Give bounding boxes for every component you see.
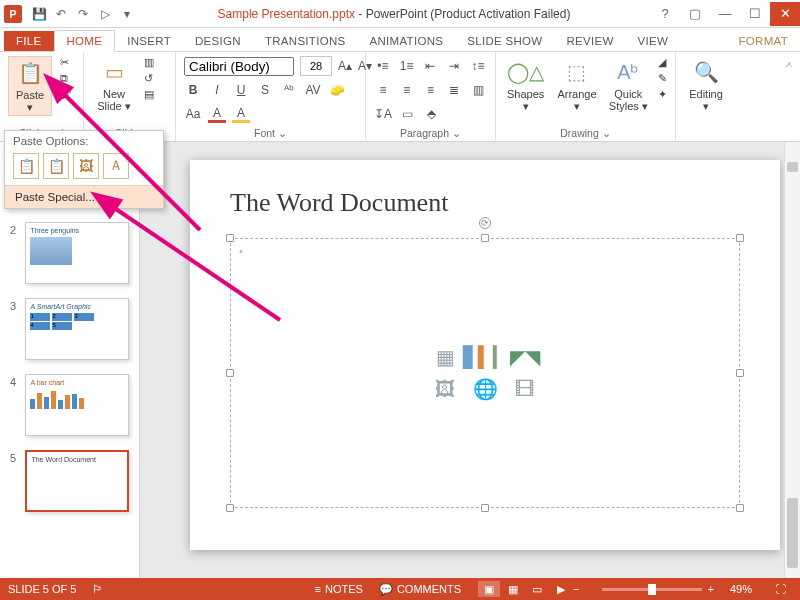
paste-picture[interactable]: 🖼 bbox=[73, 153, 99, 179]
view-slideshow-button[interactable]: ▶ bbox=[550, 581, 572, 597]
clear-format-button[interactable]: 🧽 bbox=[328, 81, 346, 99]
vertical-scrollbar[interactable] bbox=[784, 142, 800, 578]
qat-start-slideshow-button[interactable]: ▷ bbox=[94, 3, 116, 25]
justify-button[interactable]: ≣ bbox=[445, 81, 463, 99]
cut-button[interactable]: ✂ bbox=[60, 56, 71, 69]
indent-dec-button[interactable]: ⇤ bbox=[422, 57, 440, 75]
zoom-percent[interactable]: 49% bbox=[730, 583, 752, 595]
text-direction-button[interactable]: ↧A bbox=[374, 105, 392, 123]
arrange-button[interactable]: ⬚ Arrange▾ bbox=[555, 56, 598, 112]
font-color-button[interactable]: A bbox=[208, 105, 226, 123]
resize-handle-sw[interactable] bbox=[226, 504, 234, 512]
zoom-out-button[interactable]: − bbox=[573, 583, 579, 595]
insert-table-icon[interactable]: ▦ bbox=[428, 344, 462, 370]
bullets-button[interactable]: •≡ bbox=[374, 57, 392, 75]
align-text-button[interactable]: ▭ bbox=[398, 105, 416, 123]
view-normal-button[interactable]: ▣ bbox=[478, 581, 500, 597]
insert-chart-icon[interactable]: ▋▍▎ bbox=[468, 344, 502, 370]
resize-handle-nw[interactable] bbox=[226, 234, 234, 242]
italic-button[interactable]: I bbox=[208, 81, 226, 99]
view-reading-button[interactable]: ▭ bbox=[526, 581, 548, 597]
bold-button[interactable]: B bbox=[184, 81, 202, 99]
scrollbar-thumb[interactable] bbox=[787, 162, 798, 172]
resize-handle-ne[interactable] bbox=[736, 234, 744, 242]
numbering-button[interactable]: 1≡ bbox=[398, 57, 416, 75]
align-center-button[interactable]: ≡ bbox=[398, 81, 416, 99]
zoom-slider[interactable] bbox=[602, 588, 702, 591]
minimize-button[interactable]: — bbox=[710, 2, 740, 26]
resize-handle-e[interactable] bbox=[736, 369, 744, 377]
notes-button[interactable]: ≡ NOTES bbox=[315, 583, 363, 595]
tab-home[interactable]: HOME bbox=[54, 30, 116, 52]
zoom-in-button[interactable]: + bbox=[708, 583, 714, 595]
shape-effects-button[interactable]: ✦ bbox=[658, 88, 667, 101]
slide-title[interactable]: The Word Document bbox=[230, 188, 448, 218]
paste-text-only[interactable]: Ａ bbox=[103, 153, 129, 179]
status-slide-indicator[interactable]: SLIDE 5 OF 5 bbox=[8, 583, 76, 595]
slide-canvas[interactable]: The Word Document ⟳ • ▦ ▋▍▎ ◤◥ 🖼 🌐 bbox=[190, 160, 780, 550]
qat-save-button[interactable]: 💾 bbox=[28, 3, 50, 25]
thumb-slide-4[interactable]: 4 A bar chart bbox=[10, 374, 129, 436]
comments-button[interactable]: 💬 COMMENTS bbox=[379, 583, 461, 596]
close-button[interactable]: ✕ bbox=[770, 2, 800, 26]
qat-undo-button[interactable]: ↶ bbox=[50, 3, 72, 25]
shapes-button[interactable]: ◯△ Shapes▾ bbox=[504, 56, 547, 112]
strikethrough-button[interactable]: S bbox=[256, 81, 274, 99]
rotate-handle[interactable]: ⟳ bbox=[479, 217, 491, 229]
fit-to-window-button[interactable]: ⛶ bbox=[769, 581, 791, 597]
paste-use-destination-theme[interactable]: 📋 bbox=[13, 153, 39, 179]
layout-button[interactable]: ▥ bbox=[144, 56, 154, 69]
zoom-slider-thumb[interactable] bbox=[648, 584, 656, 595]
tab-format[interactable]: FORMAT bbox=[727, 31, 801, 51]
tab-animations[interactable]: ANIMATIONS bbox=[358, 31, 456, 51]
view-sorter-button[interactable]: ▦ bbox=[502, 581, 524, 597]
resize-handle-se[interactable] bbox=[736, 504, 744, 512]
tab-slideshow[interactable]: SLIDE SHOW bbox=[455, 31, 554, 51]
align-left-button[interactable]: ≡ bbox=[374, 81, 392, 99]
insert-picture-icon[interactable]: 🖼 bbox=[428, 376, 462, 402]
font-size-input[interactable] bbox=[300, 56, 332, 76]
thumb-slide-2[interactable]: 2 Three penguins bbox=[10, 222, 129, 284]
shadow-button[interactable]: ᴬᵇ bbox=[280, 81, 298, 99]
spacing-button[interactable]: AV bbox=[304, 81, 322, 99]
ribbon-options-button[interactable]: ▢ bbox=[680, 2, 710, 26]
help-button[interactable]: ? bbox=[650, 2, 680, 26]
content-placeholder[interactable]: ⟳ • ▦ ▋▍▎ ◤◥ 🖼 🌐 🎞 bbox=[230, 238, 740, 508]
scrollbar-bottom[interactable] bbox=[787, 498, 798, 568]
resize-handle-w[interactable] bbox=[226, 369, 234, 377]
underline-button[interactable]: U bbox=[232, 81, 250, 99]
tab-insert[interactable]: INSERT bbox=[115, 31, 183, 51]
new-slide-button[interactable]: ▭ NewSlide ▾ bbox=[92, 56, 136, 112]
paste-keep-source-format[interactable]: 📋 bbox=[43, 153, 69, 179]
tab-view[interactable]: VIEW bbox=[626, 31, 681, 51]
status-language[interactable]: 🏳 bbox=[92, 583, 103, 595]
shape-outline-button[interactable]: ✎ bbox=[658, 72, 667, 85]
paste-button[interactable]: 📋 Paste▾ bbox=[8, 56, 52, 116]
highlight-button[interactable]: A bbox=[232, 105, 250, 123]
copy-button[interactable]: ⧉ bbox=[60, 72, 71, 85]
insert-online-picture-icon[interactable]: 🌐 bbox=[468, 376, 502, 402]
slide-editor[interactable]: The Word Document ⟳ • ▦ ▋▍▎ ◤◥ 🖼 🌐 bbox=[140, 142, 800, 578]
qat-customize-button[interactable]: ▾ bbox=[116, 3, 138, 25]
maximize-button[interactable]: ☐ bbox=[740, 2, 770, 26]
quick-styles-button[interactable]: Aᵇ QuickStyles ▾ bbox=[607, 56, 650, 112]
align-right-button[interactable]: ≡ bbox=[422, 81, 440, 99]
format-painter-button[interactable]: 🖌 bbox=[60, 88, 71, 100]
collapse-ribbon-button[interactable]: ㅅ bbox=[784, 58, 794, 72]
resize-handle-n[interactable] bbox=[481, 234, 489, 242]
editing-button[interactable]: 🔍 Editing▾ bbox=[684, 56, 728, 112]
smartart-button[interactable]: ⬘ bbox=[422, 105, 440, 123]
section-button[interactable]: ▤ bbox=[144, 88, 154, 101]
qat-redo-button[interactable]: ↷ bbox=[72, 3, 94, 25]
shape-fill-button[interactable]: ◢ bbox=[658, 56, 667, 69]
thumb-slide-5[interactable]: 5 The Word Document bbox=[10, 450, 129, 512]
insert-video-icon[interactable]: 🎞 bbox=[508, 376, 542, 402]
resize-handle-s[interactable] bbox=[481, 504, 489, 512]
line-spacing-button[interactable]: ↕≡ bbox=[469, 57, 487, 75]
grow-font-button[interactable]: A▴ bbox=[338, 57, 352, 75]
insert-smartart-icon[interactable]: ◤◥ bbox=[508, 344, 542, 370]
reset-button[interactable]: ↺ bbox=[144, 72, 154, 85]
thumb-slide-3[interactable]: 3 A SmartArt Graphic 123 45 bbox=[10, 298, 129, 360]
tab-design[interactable]: DESIGN bbox=[183, 31, 253, 51]
change-case-button[interactable]: Aa bbox=[184, 105, 202, 123]
